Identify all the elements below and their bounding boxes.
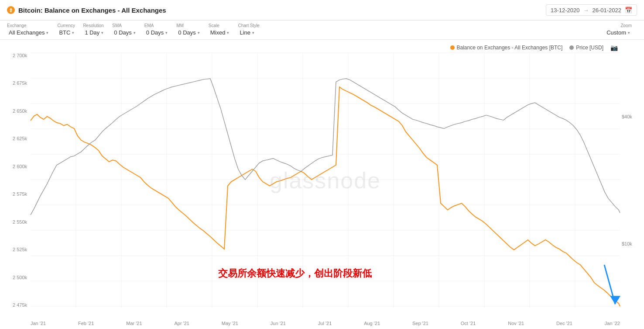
- y-axis-label: 2 675k: [13, 80, 27, 86]
- chartstyle-group: Chart Style Line ▾: [238, 23, 259, 37]
- y-axis-label: 2 500k: [13, 275, 27, 280]
- currency-chevron: ▾: [72, 31, 74, 35]
- legend-price-dot: [569, 45, 574, 50]
- y-axis-label: 2 700k: [13, 53, 27, 58]
- chart-svg: [31, 53, 620, 308]
- y-axis-label: 2 550k: [13, 219, 27, 225]
- sma-label: SMA: [112, 23, 137, 28]
- chartstyle-chevron: ▾: [252, 31, 254, 35]
- zoom-group: Zoom Custom ▾: [605, 23, 632, 37]
- y-axis-right-label: $40k: [622, 114, 632, 119]
- chart-container: Balance on Exchanges - All Exchanges [BT…: [0, 40, 644, 329]
- exchange-select[interactable]: All Exchanges ▾: [7, 28, 50, 37]
- btc-icon: ₿: [7, 6, 15, 14]
- y-axis-right: $40k$10k: [620, 53, 644, 308]
- page-title: ₿ Bitcoin: Balance on Exchanges - All Ex…: [7, 6, 166, 14]
- y-axis-label: 2 625k: [13, 136, 27, 141]
- currency-label: Currency: [57, 23, 76, 28]
- x-axis-label: Jan '21: [31, 321, 46, 326]
- balance-line: [31, 87, 620, 306]
- scale-group: Scale Mixed ▾: [209, 23, 231, 37]
- chartstyle-select[interactable]: Line ▾: [238, 28, 259, 37]
- exchange-chevron: ▾: [46, 31, 48, 35]
- date-range-picker[interactable]: 13-12-2020 → 26-01-2022 📅: [546, 4, 637, 16]
- chart-title: Bitcoin: Balance on Exchanges - All Exch…: [18, 7, 166, 14]
- exchange-label: Exchange: [7, 23, 50, 28]
- ema-select[interactable]: 0 Days ▾: [144, 28, 169, 37]
- grid-lines: [31, 53, 620, 308]
- camera-icon[interactable]: 📷: [610, 44, 618, 51]
- scale-select[interactable]: Mixed ▾: [209, 28, 231, 37]
- y-axis-label: 2 525k: [13, 247, 27, 252]
- y-axis-label: 2 650k: [13, 108, 27, 114]
- y-axis-right-label: $10k: [622, 241, 632, 246]
- resolution-group: Resolution 1 Day ▾: [83, 23, 105, 37]
- mm-group: MM 0 Days ▾: [176, 23, 201, 37]
- legend-balance-dot: [450, 45, 455, 50]
- x-axis-label: Mar '21: [126, 321, 142, 326]
- chartstyle-label: Chart Style: [238, 23, 259, 28]
- chart-legend: Balance on Exchanges - All Exchanges [BT…: [450, 44, 618, 51]
- currency-group: Currency BTC ▾: [57, 23, 76, 37]
- blue-arrow: [604, 265, 620, 304]
- chart-area: glassnode: [31, 53, 620, 308]
- scale-chevron: ▾: [227, 31, 229, 35]
- legend-balance-label: Balance on Exchanges - All Exchanges [BT…: [457, 45, 563, 51]
- ema-label: EMA: [144, 23, 169, 28]
- x-axis-label: Oct '21: [461, 321, 476, 326]
- legend-price: Price [USD]: [569, 45, 603, 51]
- mm-label: MM: [176, 23, 201, 28]
- zoom-select[interactable]: Custom ▾: [605, 28, 632, 37]
- date-start: 13-12-2020: [551, 7, 580, 14]
- mm-select[interactable]: 0 Days ▾: [176, 28, 201, 37]
- resolution-label: Resolution: [83, 23, 105, 28]
- x-axis-label: Sep '21: [412, 321, 428, 326]
- x-axis-label: Aug '21: [364, 321, 380, 326]
- x-axis-label: Jul '21: [318, 321, 332, 326]
- sma-chevron: ▾: [134, 31, 136, 35]
- calendar-icon: 📅: [625, 7, 632, 14]
- x-axis: Jan '21Feb '21Mar '21Apr '21May '21Jun '…: [31, 321, 620, 326]
- legend-balance: Balance on Exchanges - All Exchanges [BT…: [450, 45, 563, 51]
- sma-select[interactable]: 0 Days ▾: [112, 28, 137, 37]
- y-axis-left: 2 700k2 675k2 650k2 625k2 600k2 575k2 55…: [0, 53, 31, 308]
- toolbar: Exchange All Exchanges ▾ Currency BTC ▾ …: [0, 21, 644, 40]
- legend-price-label: Price [USD]: [576, 45, 603, 51]
- x-axis-label: Jun '21: [271, 321, 286, 326]
- resolution-select[interactable]: 1 Day ▾: [83, 28, 105, 37]
- ema-group: EMA 0 Days ▾: [144, 23, 169, 37]
- zoom-label: Zoom: [620, 23, 632, 28]
- y-axis-label: 2 575k: [13, 191, 27, 197]
- x-axis-label: Apr '21: [174, 321, 189, 326]
- exchange-group: Exchange All Exchanges ▾: [7, 23, 50, 37]
- x-axis-label: Dec '21: [556, 321, 572, 326]
- y-axis-label: 2 475k: [13, 302, 27, 308]
- mm-chevron: ▾: [198, 31, 200, 35]
- x-axis-label: May '21: [222, 321, 238, 326]
- scale-label: Scale: [209, 23, 231, 28]
- x-axis-label: Feb '21: [78, 321, 94, 326]
- header-bar: ₿ Bitcoin: Balance on Exchanges - All Ex…: [0, 0, 644, 21]
- resolution-chevron: ▾: [101, 31, 103, 35]
- currency-select[interactable]: BTC ▾: [57, 28, 76, 37]
- x-axis-label: Nov '21: [508, 321, 524, 326]
- ema-chevron: ▾: [165, 31, 168, 35]
- zoom-chevron: ▾: [628, 31, 630, 35]
- svg-marker-24: [610, 296, 620, 304]
- sma-group: SMA 0 Days ▾: [112, 23, 137, 37]
- y-axis-label: 2 600k: [13, 164, 27, 169]
- date-end: 26-01-2022: [593, 7, 622, 14]
- date-range-arrow: →: [583, 7, 589, 14]
- price-line: [31, 79, 620, 215]
- x-axis-label: Jan '22: [605, 321, 620, 326]
